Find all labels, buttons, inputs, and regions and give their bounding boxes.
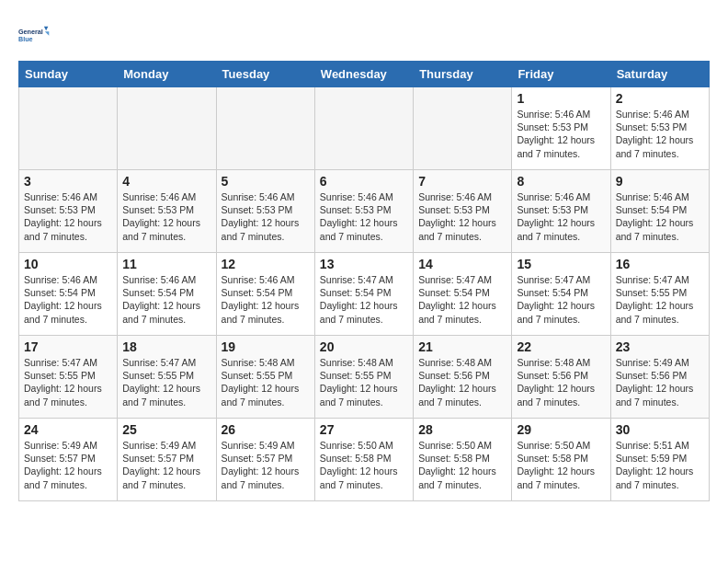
day-number: 30 <box>616 422 704 437</box>
calendar-day-cell: 25Sunrise: 5:49 AMSunset: 5:57 PMDayligh… <box>118 419 216 501</box>
calendar-day-cell: 29Sunrise: 5:50 AMSunset: 5:58 PMDayligh… <box>512 419 610 501</box>
calendar-day-cell: 18Sunrise: 5:47 AMSunset: 5:55 PMDayligh… <box>118 336 216 419</box>
day-info: Sunrise: 5:46 AMSunset: 5:53 PMDaylight:… <box>320 190 408 243</box>
calendar-day-cell <box>216 87 314 170</box>
day-number: 18 <box>122 339 210 354</box>
day-number: 7 <box>418 174 506 189</box>
calendar-day-cell: 13Sunrise: 5:47 AMSunset: 5:54 PMDayligh… <box>314 253 413 336</box>
calendar-day-cell: 11Sunrise: 5:46 AMSunset: 5:54 PMDayligh… <box>118 253 216 336</box>
svg-text:General: General <box>18 28 43 36</box>
calendar-week-row: 24Sunrise: 5:49 AMSunset: 5:57 PMDayligh… <box>19 419 710 501</box>
calendar-day-cell: 10Sunrise: 5:46 AMSunset: 5:54 PMDayligh… <box>19 253 118 336</box>
day-info: Sunrise: 5:48 AMSunset: 5:56 PMDaylight:… <box>418 356 506 408</box>
calendar-day-cell: 14Sunrise: 5:47 AMSunset: 5:54 PMDayligh… <box>414 253 512 336</box>
calendar-day-cell: 21Sunrise: 5:48 AMSunset: 5:56 PMDayligh… <box>414 336 512 419</box>
day-number: 9 <box>616 174 704 189</box>
calendar-day-cell: 27Sunrise: 5:50 AMSunset: 5:58 PMDayligh… <box>314 419 413 501</box>
day-info: Sunrise: 5:46 AMSunset: 5:54 PMDaylight:… <box>122 273 210 326</box>
weekday-header: Friday <box>512 62 610 87</box>
day-number: 13 <box>320 257 408 271</box>
calendar-day-cell: 26Sunrise: 5:49 AMSunset: 5:57 PMDayligh… <box>216 419 314 501</box>
calendar-day-cell: 15Sunrise: 5:47 AMSunset: 5:54 PMDayligh… <box>512 253 610 336</box>
day-number: 11 <box>122 257 210 271</box>
day-number: 20 <box>320 339 408 354</box>
day-number: 10 <box>24 257 112 271</box>
calendar-day-cell: 7Sunrise: 5:46 AMSunset: 5:53 PMDaylight… <box>414 170 512 253</box>
calendar-day-cell: 23Sunrise: 5:49 AMSunset: 5:56 PMDayligh… <box>610 336 709 419</box>
day-number: 27 <box>320 422 408 437</box>
day-number: 15 <box>517 257 605 271</box>
svg-text:Blue: Blue <box>18 35 33 43</box>
page-header: GeneralBlue <box>18 18 710 52</box>
day-number: 12 <box>222 257 310 271</box>
day-number: 17 <box>24 339 112 354</box>
day-info: Sunrise: 5:49 AMSunset: 5:57 PMDaylight:… <box>222 439 310 491</box>
day-info: Sunrise: 5:47 AMSunset: 5:54 PMDaylight:… <box>517 273 605 326</box>
calendar-week-row: 10Sunrise: 5:46 AMSunset: 5:54 PMDayligh… <box>19 253 710 336</box>
day-number: 16 <box>616 257 704 271</box>
day-info: Sunrise: 5:46 AMSunset: 5:54 PMDaylight:… <box>616 190 704 243</box>
calendar-table: SundayMondayTuesdayWednesdayThursdayFrid… <box>18 61 710 501</box>
calendar-day-cell: 30Sunrise: 5:51 AMSunset: 5:59 PMDayligh… <box>610 419 709 501</box>
day-info: Sunrise: 5:46 AMSunset: 5:53 PMDaylight:… <box>418 190 506 243</box>
calendar-day-cell: 5Sunrise: 5:46 AMSunset: 5:53 PMDaylight… <box>216 170 314 253</box>
day-info: Sunrise: 5:50 AMSunset: 5:58 PMDaylight:… <box>418 439 506 491</box>
day-info: Sunrise: 5:48 AMSunset: 5:55 PMDaylight:… <box>320 356 408 408</box>
day-info: Sunrise: 5:47 AMSunset: 5:55 PMDaylight:… <box>122 356 210 408</box>
day-info: Sunrise: 5:48 AMSunset: 5:55 PMDaylight:… <box>222 356 310 408</box>
day-number: 6 <box>320 174 408 189</box>
day-info: Sunrise: 5:47 AMSunset: 5:55 PMDaylight:… <box>616 273 704 326</box>
day-info: Sunrise: 5:49 AMSunset: 5:57 PMDaylight:… <box>24 439 112 491</box>
calendar-day-cell: 19Sunrise: 5:48 AMSunset: 5:55 PMDayligh… <box>216 336 314 419</box>
calendar-day-cell: 24Sunrise: 5:49 AMSunset: 5:57 PMDayligh… <box>19 419 118 501</box>
day-info: Sunrise: 5:51 AMSunset: 5:59 PMDaylight:… <box>616 439 704 491</box>
day-number: 19 <box>222 339 310 354</box>
logo: GeneralBlue <box>18 18 51 52</box>
calendar-day-cell: 9Sunrise: 5:46 AMSunset: 5:54 PMDaylight… <box>610 170 709 253</box>
calendar-day-cell: 8Sunrise: 5:46 AMSunset: 5:53 PMDaylight… <box>512 170 610 253</box>
day-info: Sunrise: 5:47 AMSunset: 5:54 PMDaylight:… <box>418 273 506 326</box>
calendar-week-row: 1Sunrise: 5:46 AMSunset: 5:53 PMDaylight… <box>19 87 710 170</box>
day-info: Sunrise: 5:49 AMSunset: 5:57 PMDaylight:… <box>122 439 210 491</box>
day-info: Sunrise: 5:46 AMSunset: 5:53 PMDaylight:… <box>517 190 605 243</box>
day-info: Sunrise: 5:46 AMSunset: 5:53 PMDaylight:… <box>122 190 210 243</box>
day-info: Sunrise: 5:49 AMSunset: 5:56 PMDaylight:… <box>616 356 704 408</box>
day-number: 21 <box>418 339 506 354</box>
calendar-day-cell: 12Sunrise: 5:46 AMSunset: 5:54 PMDayligh… <box>216 253 314 336</box>
calendar-header-row: SundayMondayTuesdayWednesdayThursdayFrid… <box>19 62 710 87</box>
svg-marker-3 <box>45 31 50 36</box>
day-number: 1 <box>517 91 605 106</box>
weekday-header: Thursday <box>414 62 512 87</box>
day-number: 3 <box>24 174 112 189</box>
day-number: 24 <box>24 422 112 437</box>
svg-marker-2 <box>44 27 49 31</box>
calendar-day-cell <box>314 87 413 170</box>
calendar-day-cell: 6Sunrise: 5:46 AMSunset: 5:53 PMDaylight… <box>314 170 413 253</box>
weekday-header: Saturday <box>610 62 709 87</box>
day-number: 25 <box>122 422 210 437</box>
calendar-day-cell: 3Sunrise: 5:46 AMSunset: 5:53 PMDaylight… <box>19 170 118 253</box>
weekday-header: Sunday <box>19 62 118 87</box>
day-number: 5 <box>222 174 310 189</box>
calendar-day-cell <box>118 87 216 170</box>
calendar-day-cell <box>19 87 118 170</box>
day-info: Sunrise: 5:47 AMSunset: 5:54 PMDaylight:… <box>320 273 408 326</box>
calendar-day-cell: 17Sunrise: 5:47 AMSunset: 5:55 PMDayligh… <box>19 336 118 419</box>
day-number: 4 <box>122 174 210 189</box>
calendar-day-cell: 22Sunrise: 5:48 AMSunset: 5:56 PMDayligh… <box>512 336 610 419</box>
day-info: Sunrise: 5:48 AMSunset: 5:56 PMDaylight:… <box>517 356 605 408</box>
calendar-day-cell: 28Sunrise: 5:50 AMSunset: 5:58 PMDayligh… <box>414 419 512 501</box>
calendar-week-row: 3Sunrise: 5:46 AMSunset: 5:53 PMDaylight… <box>19 170 710 253</box>
weekday-header: Monday <box>118 62 216 87</box>
day-info: Sunrise: 5:46 AMSunset: 5:54 PMDaylight:… <box>24 273 112 326</box>
weekday-header: Tuesday <box>216 62 314 87</box>
day-info: Sunrise: 5:46 AMSunset: 5:53 PMDaylight:… <box>616 108 704 160</box>
day-number: 22 <box>517 339 605 354</box>
day-info: Sunrise: 5:46 AMSunset: 5:53 PMDaylight:… <box>24 190 112 243</box>
calendar-day-cell: 2Sunrise: 5:46 AMSunset: 5:53 PMDaylight… <box>610 87 709 170</box>
day-info: Sunrise: 5:50 AMSunset: 5:58 PMDaylight:… <box>320 439 408 491</box>
day-info: Sunrise: 5:46 AMSunset: 5:53 PMDaylight:… <box>222 190 310 243</box>
calendar-day-cell <box>414 87 512 170</box>
day-number: 28 <box>418 422 506 437</box>
day-number: 23 <box>616 339 704 354</box>
